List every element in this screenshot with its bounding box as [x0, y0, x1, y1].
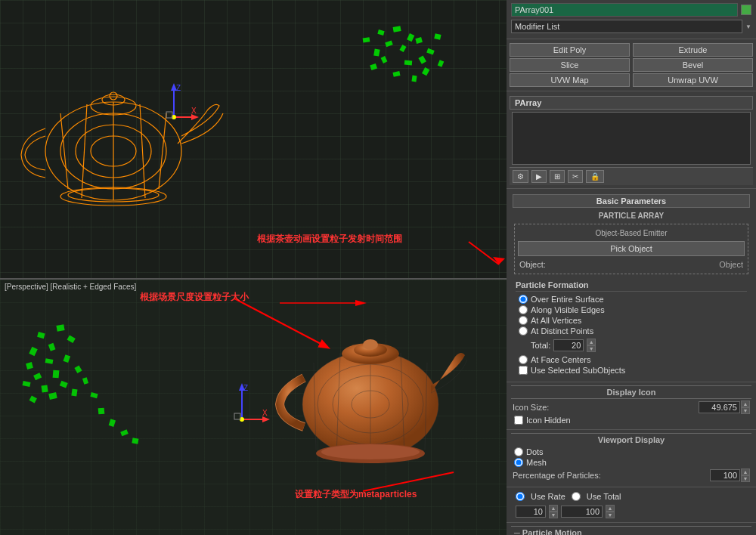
radio-at-face-centers[interactable]: At Face Centers — [519, 355, 744, 364]
radio-at-all-vertices-input[interactable] — [519, 316, 528, 325]
radio-along-visible-edges-input[interactable] — [519, 305, 528, 314]
total-count-input[interactable]: 100 — [561, 506, 603, 518]
svg-rect-14 — [377, 29, 384, 36]
percentage-spinner[interactable]: ▲ ▼ — [741, 469, 750, 482]
total-count-down[interactable]: ▼ — [606, 512, 615, 518]
svg-rect-57 — [29, 347, 37, 356]
svg-rect-77 — [132, 438, 138, 444]
toolbar-icon-1[interactable]: ⚙ — [513, 170, 528, 183]
particle-array-sub-header: PARTICLE ARRAY — [511, 210, 751, 221]
main-container: Z X [Perspective] [Realistic + Edged Fac… — [0, 0, 756, 535]
axis-top: Z X — [147, 76, 200, 130]
use-rate-radio[interactable] — [516, 492, 525, 501]
percentage-input[interactable]: 100 — [710, 469, 740, 481]
teapot-bottom-solid — [272, 287, 484, 506]
rate-up[interactable]: ▲ — [549, 505, 558, 512]
total-input[interactable]: 20 — [553, 339, 584, 351]
radio-mesh-input[interactable] — [514, 458, 523, 467]
svg-rect-17 — [385, 40, 393, 47]
pct-down[interactable]: ▼ — [741, 475, 750, 482]
icon-hidden-label: Icon Hidden — [526, 416, 571, 425]
parray-name-input[interactable] — [511, 3, 738, 17]
viewport-display-header: Viewport Display — [511, 433, 751, 446]
rate-down[interactable]: ▼ — [549, 512, 558, 518]
unwrap-uvw-button[interactable]: Unwrap UVW — [633, 73, 753, 87]
rate-spinner[interactable]: ▲ ▼ — [549, 505, 558, 518]
radio-over-entire-surface-input[interactable] — [519, 295, 528, 304]
total-spinner[interactable]: ▲ ▼ — [587, 339, 596, 352]
total-spinner-up[interactable]: ▲ — [587, 339, 596, 345]
viewport-bottom[interactable]: [Perspective] [Realistic + Edged Faces] — [0, 280, 507, 535]
toolbar-icon-2[interactable]: ▶ — [531, 170, 547, 183]
icon-size-up[interactable]: ▲ — [741, 400, 750, 407]
svg-rect-70 — [29, 395, 37, 403]
svg-rect-26 — [363, 37, 370, 42]
rate-value-input[interactable]: 10 — [516, 506, 546, 518]
uvw-map-button[interactable]: UVW Map — [510, 73, 630, 87]
use-rate-label: Use Rate — [531, 492, 565, 501]
radio-dots[interactable]: Dots — [514, 447, 748, 456]
color-swatch[interactable] — [741, 5, 751, 15]
dropdown-arrow-icon: ▼ — [745, 23, 751, 30]
modifier-header-section: Modifier List ▼ — [507, 0, 756, 39]
radio-at-all-vertices[interactable]: At All Vertices — [519, 316, 744, 325]
check-use-selected-subobjects[interactable]: Use Selected SubObjects — [519, 366, 744, 375]
svg-rect-75 — [109, 419, 116, 427]
svg-rect-21 — [426, 48, 435, 55]
radio-over-entire-surface[interactable]: Over Entire Surface — [519, 295, 744, 304]
svg-rect-62 — [63, 354, 70, 363]
toolbar-icon-4[interactable]: ✂ — [568, 170, 583, 183]
bevel-button[interactable]: Bevel — [633, 58, 753, 72]
svg-line-5 — [60, 113, 68, 189]
slice-button[interactable]: Slice — [510, 58, 630, 72]
percentage-particles-label: Percentage of Particles: — [513, 471, 710, 480]
viewport-top[interactable]: Z X — [0, 0, 507, 280]
annotation-timing: 根据茶壶动画设置粒子发射时间范围 — [257, 233, 402, 246]
icon-size-input[interactable]: 49.675 — [699, 401, 740, 413]
viewport-display-section: Viewport Display Dots Mesh Percentage of… — [507, 430, 756, 487]
toolbar-icon-5[interactable]: 🔒 — [586, 170, 604, 183]
extrude-button[interactable]: Extrude — [633, 43, 753, 57]
icon-size-spinner[interactable]: ▲ ▼ — [741, 400, 750, 414]
viewport-bottom-label: [Perspective] [Realistic + Edged Faces] — [5, 283, 136, 291]
pick-object-button[interactable]: Pick Object — [518, 241, 745, 256]
pct-up[interactable]: ▲ — [741, 469, 750, 475]
use-selected-subobjects-input[interactable] — [519, 366, 528, 375]
toolbar-icon-3[interactable]: ⊞ — [550, 170, 565, 183]
icon-size-input-group: 49.675 ▲ ▼ — [699, 400, 750, 414]
particles-bottom — [15, 317, 189, 500]
total-count-up[interactable]: ▲ — [606, 505, 615, 512]
radio-along-visible-edges[interactable]: Along Visible Edges — [519, 305, 744, 314]
icon-size-down[interactable]: ▼ — [741, 407, 750, 414]
svg-rect-64 — [53, 370, 60, 379]
total-count-spinner[interactable]: ▲ ▼ — [606, 505, 615, 518]
svg-rect-16 — [407, 33, 414, 42]
right-panel: Modifier List ▼ Edit Poly Extrude Slice … — [507, 0, 756, 535]
radio-at-distinct-points-input[interactable] — [519, 326, 528, 336]
svg-rect-23 — [404, 60, 412, 66]
total-spinner-down[interactable]: ▼ — [587, 345, 596, 352]
axis-bottom: Z X — [215, 378, 272, 436]
radio-at-distinct-points[interactable]: At Distinct Points — [519, 326, 744, 336]
radio-at-face-centers-input[interactable] — [519, 355, 528, 364]
annotation-metaparticles: 设置粒子类型为metaparticles — [295, 488, 417, 501]
rate-control-section: Use Rate Use Total 10 ▲ ▼ 100 ▲ ▼ — [507, 487, 756, 523]
svg-text:X: X — [262, 409, 268, 417]
icon-hidden-checkbox[interactable] — [514, 416, 523, 425]
radio-dots-input[interactable] — [514, 447, 523, 456]
svg-rect-63 — [33, 373, 42, 380]
parray-header[interactable]: PArray — [510, 96, 753, 110]
svg-rect-60 — [26, 362, 33, 370]
svg-rect-39 — [166, 112, 172, 118]
object-value: Object — [719, 260, 743, 269]
svg-rect-30 — [392, 71, 400, 77]
svg-point-54 — [321, 444, 420, 459]
radio-mesh[interactable]: Mesh — [514, 458, 748, 467]
use-total-label: Use Total — [587, 492, 621, 501]
use-total-radio[interactable] — [572, 492, 581, 501]
svg-rect-24 — [418, 56, 426, 64]
icon-hidden-row[interactable]: Icon Hidden — [514, 416, 748, 425]
edit-poly-button[interactable]: Edit Poly — [510, 43, 630, 57]
modifier-dropdown[interactable]: Modifier List — [511, 20, 742, 33]
svg-marker-36 — [191, 114, 199, 120]
